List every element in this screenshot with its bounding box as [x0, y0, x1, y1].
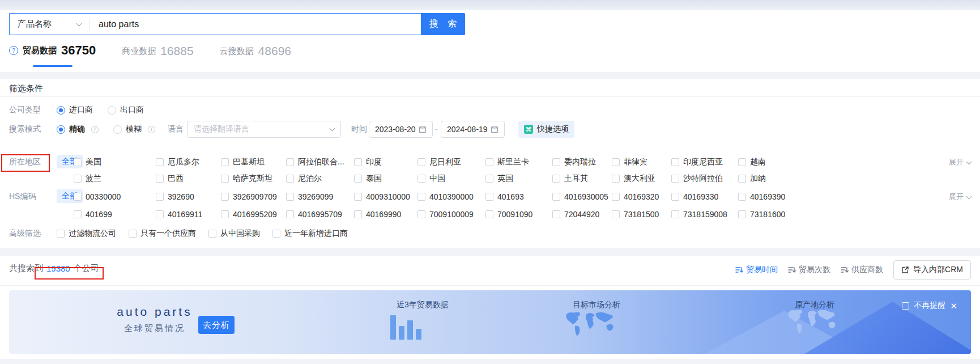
hscode-checkbox-item[interactable]: 401699 — [74, 210, 156, 219]
checkbox-icon[interactable] — [671, 193, 679, 201]
region-checkbox-item[interactable]: 巴西 — [156, 173, 221, 184]
checkbox-icon[interactable] — [417, 193, 425, 201]
tab-cloud-search-data[interactable]: 云搜数据 48696 — [220, 44, 291, 67]
checkbox-icon[interactable] — [129, 230, 137, 238]
region-checkbox-item[interactable]: 厄瓜多尔 — [156, 157, 221, 167]
radio-fuzzy-mode[interactable]: 模糊 i — [113, 124, 155, 134]
checkbox-icon[interactable] — [74, 175, 82, 183]
hscode-checkbox-item[interactable]: 7318159008 — [671, 210, 738, 219]
advanced-checkbox-item[interactable]: 从中国采购 — [208, 228, 260, 239]
checkbox-icon[interactable] — [671, 210, 679, 218]
tab-trade-data[interactable]: ? 贸易数据 36750 — [9, 43, 96, 67]
tab-business-data[interactable]: 商业数据 16885 — [122, 44, 193, 67]
hscode-checkbox-item[interactable]: 7009100009 — [417, 210, 485, 219]
checkbox-icon[interactable] — [552, 158, 560, 166]
go-analyze-button[interactable]: 去分析 — [198, 316, 235, 334]
region-checkbox-item[interactable]: 菲律宾 — [612, 157, 671, 167]
checkbox-icon[interactable] — [74, 158, 82, 166]
language-select[interactable]: 请选择翻译语言 — [187, 121, 341, 138]
region-checkbox-item[interactable]: 中国 — [417, 173, 485, 184]
hscode-checkbox-item[interactable]: 4016995709 — [286, 210, 354, 219]
search-button[interactable]: 搜 索 — [421, 13, 465, 35]
hscode-checkbox-item[interactable]: 4016930005 — [552, 192, 612, 201]
checkbox-icon[interactable] — [738, 175, 746, 183]
region-checkbox-item[interactable]: 尼泊尔 — [286, 173, 354, 184]
region-checkbox-item[interactable]: 委内瑞拉 — [552, 157, 612, 167]
checkbox-icon[interactable] — [354, 193, 362, 201]
checkbox-icon[interactable] — [74, 193, 82, 201]
radio-exact-mode[interactable]: 精确 i — [57, 124, 99, 134]
region-checkbox-item[interactable]: 澳大利亚 — [612, 173, 671, 184]
dismiss-checkbox[interactable] — [902, 302, 909, 310]
hscode-checkbox-item[interactable]: 73181500 — [612, 210, 671, 219]
region-checkbox-item[interactable]: 加纳 — [738, 173, 940, 184]
hscode-checkbox-item[interactable]: 00330000 — [74, 192, 156, 201]
checkbox-icon[interactable] — [286, 210, 294, 218]
advanced-checkbox-item[interactable]: 近一年新增进口商 — [272, 228, 348, 239]
checkbox-icon[interactable] — [156, 210, 164, 218]
radio-exporter[interactable]: 出口商 — [108, 105, 144, 115]
checkbox-icon[interactable] — [738, 193, 746, 201]
date-start-input[interactable]: 2023-08-20 — [369, 121, 433, 138]
advanced-checkbox-item[interactable]: 过滤物流公司 — [57, 228, 116, 239]
checkbox-icon[interactable] — [417, 210, 425, 218]
region-checkbox-item[interactable]: 阿拉伯联合... — [286, 157, 354, 167]
region-checkbox-item[interactable]: 哈萨克斯坦 — [221, 173, 286, 184]
checkbox-icon[interactable] — [354, 210, 362, 218]
checkbox-icon[interactable] — [552, 210, 560, 218]
search-input[interactable] — [90, 19, 421, 29]
checkbox-icon[interactable] — [156, 158, 164, 166]
date-end-input[interactable]: 2024-08-19 — [441, 121, 505, 138]
sort-supplier-count[interactable]: 供应商数 — [841, 265, 883, 275]
region-checkbox-item[interactable]: 印度 — [354, 157, 417, 167]
checkbox-icon[interactable] — [57, 230, 65, 238]
search-category-select[interactable]: 产品名称 — [10, 14, 89, 35]
region-checkbox-item[interactable]: 泰国 — [354, 173, 417, 184]
checkbox-icon[interactable] — [612, 158, 620, 166]
radio-importer[interactable]: 进口商 — [57, 105, 93, 115]
region-checkbox-item[interactable]: 巴基斯坦 — [221, 157, 286, 167]
checkbox-icon[interactable] — [612, 210, 620, 218]
checkbox-icon[interactable] — [552, 193, 560, 201]
region-checkbox-item[interactable]: 波兰 — [74, 173, 156, 184]
checkbox-icon[interactable] — [221, 193, 229, 201]
hscode-checkbox-item[interactable]: 70091090 — [485, 210, 552, 219]
region-checkbox-item[interactable]: 斯里兰卡 — [485, 157, 552, 167]
checkbox-icon[interactable] — [354, 158, 362, 166]
checkbox-icon[interactable] — [272, 230, 280, 238]
checkbox-icon[interactable] — [485, 158, 493, 166]
import-crm-button[interactable]: 导入内部CRM — [893, 260, 971, 280]
advanced-checkbox-item[interactable]: 只有一个供应商 — [129, 228, 196, 239]
checkbox-icon[interactable] — [286, 193, 294, 201]
region-expand-link[interactable]: 展开 — [949, 156, 971, 168]
checkbox-icon[interactable] — [354, 175, 362, 183]
checkbox-icon[interactable] — [74, 210, 82, 218]
hscode-checkbox-item[interactable]: 40169990 — [354, 210, 417, 219]
quick-options-button[interactable]: ⌘ 快捷选项 — [518, 121, 574, 138]
info-icon[interactable]: i — [91, 126, 99, 133]
hscode-checkbox-item[interactable]: 4010390000 — [417, 192, 485, 201]
region-checkbox-item[interactable]: 土耳其 — [552, 173, 612, 184]
hscode-checkbox-item[interactable]: 40169911 — [156, 210, 221, 219]
region-checkbox-item[interactable]: 越南 — [738, 157, 940, 167]
region-checkbox-item[interactable]: 英国 — [485, 173, 552, 184]
hscode-checkbox-item[interactable]: 4016995209 — [221, 210, 286, 219]
checkbox-icon[interactable] — [156, 193, 164, 201]
sort-trade-count[interactable]: 贸易次数 — [788, 265, 830, 275]
question-circle-icon[interactable]: ? — [9, 46, 18, 55]
hscode-checkbox-item[interactable]: 40169390 — [738, 192, 940, 201]
checkbox-icon[interactable] — [552, 175, 560, 183]
hscode-expand-link[interactable]: 展开 — [949, 191, 971, 203]
checkbox-icon[interactable] — [286, 158, 294, 166]
hscode-checkbox-item[interactable]: 72044920 — [552, 210, 612, 219]
hscode-checkbox-item[interactable]: 3926909709 — [221, 192, 286, 201]
checkbox-icon[interactable] — [221, 158, 229, 166]
hscode-checkbox-item[interactable]: 39269099 — [286, 192, 354, 201]
region-checkbox-item[interactable]: 沙特阿拉伯 — [671, 173, 738, 184]
checkbox-icon[interactable] — [671, 175, 679, 183]
checkbox-icon[interactable] — [612, 193, 620, 201]
hscode-checkbox-item[interactable]: 73181600 — [738, 210, 940, 219]
hscode-checkbox-item[interactable]: 40169330 — [671, 192, 738, 201]
checkbox-icon[interactable] — [286, 175, 294, 183]
hscode-checkbox-item[interactable]: 392690 — [156, 192, 221, 201]
